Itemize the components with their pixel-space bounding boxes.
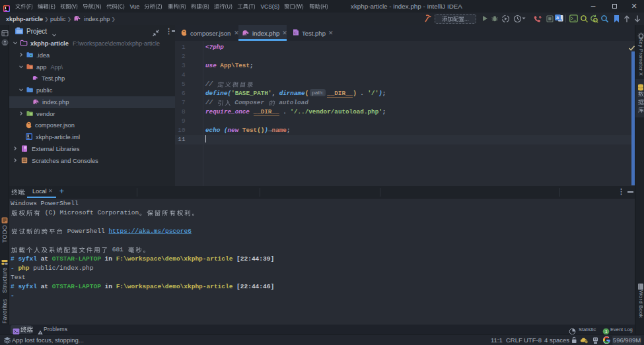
svg-text:a: a [556, 15, 559, 20]
svg-text:C: C [294, 31, 297, 35]
svg-text:1: 1 [605, 329, 608, 334]
